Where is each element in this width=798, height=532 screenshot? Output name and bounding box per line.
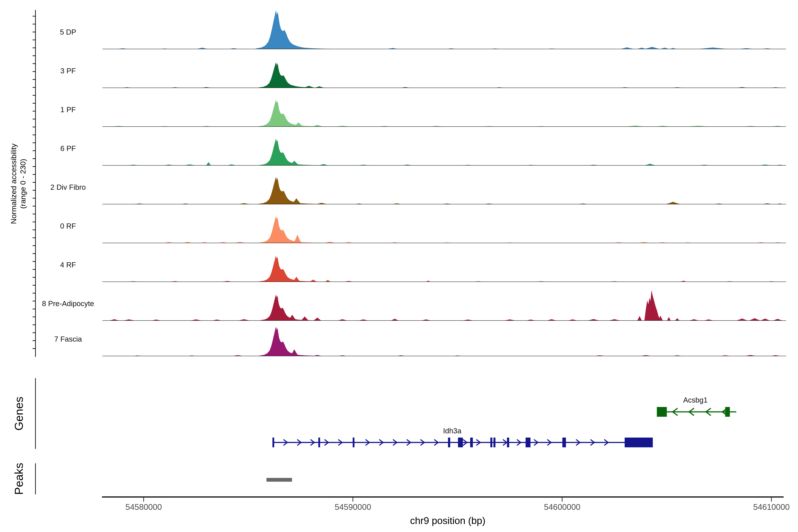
peaks-section-label: Peaks (13, 445, 25, 512)
tracks-plot-canvas (0, 0, 798, 532)
y-axis-title-line1: Normalized accessibility (9, 106, 18, 261)
track-label-5dp: 5 DP (17, 28, 119, 37)
track-label-3pf: 3 PF (17, 66, 119, 75)
track-label-6pf: 6 PF (17, 144, 119, 153)
track-label-1pf: 1 PF (17, 105, 119, 114)
track-label-0rf: 0 RF (17, 222, 119, 230)
gene-label-acsbg1: Acsbg1 (662, 395, 729, 405)
x-tick-label-54590000: 54590000 (320, 503, 386, 512)
track-label-7fascia: 7 Fascia (17, 335, 119, 344)
x-tick-label-54610000: 54610000 (738, 503, 798, 512)
gene-label-idh3a: Idh3a (419, 426, 486, 436)
track-label-4rf: 4 RF (17, 261, 119, 269)
genome-browser-figure: Normalized accessibility (range 0 - 230)… (0, 0, 798, 532)
x-axis-title: chr9 position (bp) (381, 515, 514, 526)
genes-section-label: Genes (13, 380, 25, 447)
x-tick-label-54580000: 54580000 (110, 503, 177, 512)
x-tick-label-54600000: 54600000 (529, 503, 595, 512)
track-label-2divfibro: 2 Div Fibro (17, 183, 119, 192)
track-label-8preadipocyte: 8 Pre-Adipocyte (17, 299, 119, 308)
